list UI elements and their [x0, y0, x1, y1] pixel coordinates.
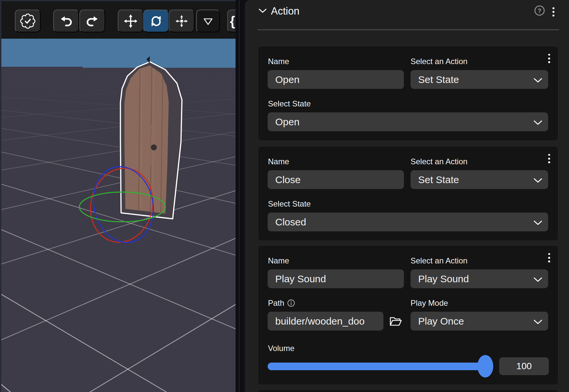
action-card-open: Name Select an Action Set State Select S…	[258, 46, 558, 141]
action-label: Select an Action	[411, 256, 467, 265]
action-card-partial	[258, 389, 558, 392]
volume-value-field[interactable]: 100	[499, 357, 549, 375]
rotate-tool-icon	[149, 14, 164, 29]
doorknob	[151, 144, 157, 150]
action-type-select[interactable]: Set State	[411, 170, 548, 189]
redo-button[interactable]	[79, 10, 105, 32]
name-label: Name	[268, 157, 289, 166]
code-braces-icon: {	[230, 15, 235, 28]
kebab-icon	[552, 7, 554, 9]
card-menu-button[interactable]	[548, 53, 550, 64]
browse-file-button[interactable]	[388, 314, 403, 329]
action-card-play-sound: Name Select an Action Play Sound Path Pl…	[258, 245, 558, 385]
action-name-input[interactable]	[268, 70, 404, 89]
viewport-frame-left	[0, 0, 1, 392]
chevron-down-icon	[533, 220, 543, 225]
help-button[interactable]: ?	[534, 5, 545, 16]
action-name-input[interactable]	[268, 269, 404, 288]
name-label: Name	[268, 57, 289, 66]
panel-title: Action	[271, 5, 299, 18]
volume-label: Volume	[268, 344, 294, 353]
action-type-select[interactable]: Play Sound	[411, 269, 548, 288]
action-name-input[interactable]	[268, 170, 404, 189]
chevron-down-icon	[533, 178, 543, 183]
panel-gap-divider	[239, 0, 240, 392]
path-label: Path	[268, 298, 295, 308]
viewport-toolbar: {	[1, 1, 236, 39]
card-menu-button[interactable]	[548, 153, 550, 164]
undo-button[interactable]	[53, 10, 79, 32]
redo-icon	[85, 14, 100, 29]
name-label: Name	[268, 256, 289, 265]
verified-badge-button[interactable]	[15, 10, 41, 32]
sound-path-input[interactable]	[268, 312, 383, 331]
3d-viewport[interactable]: {	[0, 0, 236, 392]
editor-window: { Action ?	[0, 0, 569, 392]
state-label: Select State	[268, 199, 311, 209]
kebab-icon	[548, 253, 550, 255]
panel-menu-button[interactable]	[552, 6, 554, 18]
action-label: Select an Action	[411, 57, 467, 66]
action-card-close: Name Select an Action Set State Select S…	[258, 146, 558, 241]
kebab-icon	[548, 54, 550, 56]
action-type-select[interactable]: Set State	[411, 70, 548, 89]
3d-scene[interactable]	[0, 0, 236, 392]
panel-gap	[236, 0, 245, 392]
card-menu-button[interactable]	[548, 252, 550, 263]
play-mode-select[interactable]: Play Once	[411, 312, 548, 331]
state-label: Select State	[268, 99, 311, 108]
code-braces-button[interactable]: {	[227, 10, 236, 32]
action-label: Select an Action	[411, 157, 467, 166]
dropdown-triangle-icon	[201, 16, 215, 26]
chevron-down-icon	[533, 277, 543, 282]
kebab-icon	[548, 154, 550, 156]
move-tool-icon	[123, 14, 138, 29]
chevron-down-icon	[533, 120, 543, 125]
undo-icon	[59, 14, 74, 29]
verified-badge-icon	[20, 13, 36, 29]
rotate-tool-button[interactable]	[143, 10, 169, 32]
volume-slider-thumb[interactable]	[477, 355, 493, 377]
folder-open-icon	[388, 315, 402, 328]
chevron-down-icon	[533, 319, 543, 325]
svg-text:?: ?	[538, 8, 542, 14]
volume-slider-track[interactable]	[268, 363, 493, 370]
action-panel: Action ? Name Select an Action Set State	[245, 0, 569, 392]
collapse-panel-button[interactable]	[259, 9, 267, 15]
move-tool-button[interactable]	[118, 10, 144, 32]
state-select[interactable]: Closed	[268, 213, 548, 231]
tool-options-dropdown[interactable]	[196, 10, 220, 32]
play-mode-label: Play Mode	[411, 298, 448, 308]
distance-fog	[0, 68, 236, 178]
scale-tool-icon	[174, 14, 189, 29]
chevron-down-icon	[259, 9, 267, 13]
scale-tool-button[interactable]	[169, 10, 195, 32]
chevron-down-icon	[533, 78, 543, 83]
viewport-frame-top	[0, 0, 236, 1]
help-circle-icon: ?	[534, 5, 545, 16]
state-select[interactable]: Open	[268, 112, 548, 131]
info-icon[interactable]	[287, 299, 295, 307]
header-divider	[257, 29, 559, 30]
